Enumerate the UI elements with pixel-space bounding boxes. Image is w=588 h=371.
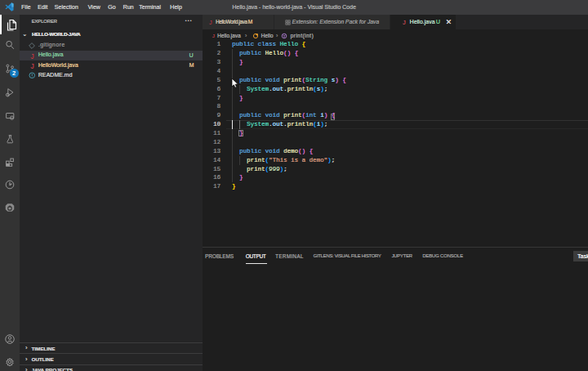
svg-text:J: J: [30, 62, 34, 69]
svg-text:J: J: [212, 33, 215, 38]
svg-text:J: J: [30, 52, 34, 60]
svg-text:J: J: [403, 20, 406, 25]
svg-text:J: J: [209, 20, 212, 25]
